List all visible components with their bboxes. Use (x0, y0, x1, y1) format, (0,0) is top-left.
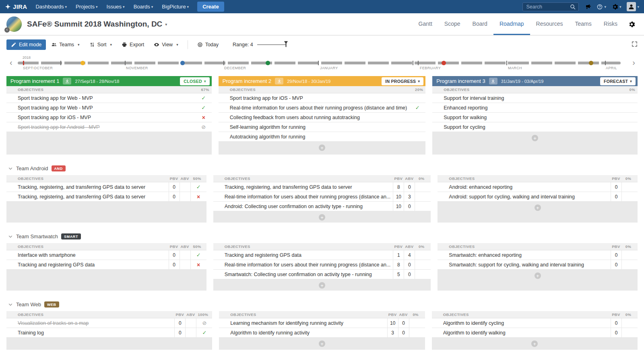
add-objective-button[interactable]: + (535, 272, 541, 279)
objective-row[interactable]: Android: Collecting user confirmation on… (213, 202, 431, 211)
sort-button[interactable]: Sort▾ (85, 39, 116, 50)
objective-row[interactable]: Sport tracking app for iOS - MVP (219, 93, 426, 103)
objective-row[interactable]: Real-time information for users about th… (219, 103, 426, 113)
objective-row[interactable]: Tracking, registering, and transferring … (213, 182, 431, 192)
objective-row[interactable]: Algorithm to identify running activity30 (219, 328, 425, 338)
nav-menu-bigpicture[interactable]: BigPicture▾ (157, 0, 193, 13)
objective-row[interactable]: Sport tracking app for iOS - MVP× (6, 113, 212, 122)
objective-row[interactable]: Algorithm to identify cycling0 (432, 318, 638, 328)
objective-row[interactable]: Autotracking algorithm for running (219, 132, 426, 142)
program-increment-2: Program increment 229/Nov/18 - 30/Jan/19… (219, 76, 426, 155)
chevron-down-icon[interactable] (8, 166, 13, 171)
nav-menu-dashboards[interactable]: Dashboards▾ (31, 0, 71, 13)
settings-gear-icon[interactable] (623, 13, 638, 35)
edit-mode-button[interactable]: Edit mode (6, 39, 46, 50)
objective-row[interactable]: Self-learning algorithm for running (219, 122, 426, 132)
tab-risks[interactable]: Risks (598, 13, 623, 35)
add-objective-button[interactable]: + (319, 144, 325, 151)
timeline-track[interactable]: 2018 SEPTEMBEROCTOBERNOVEMBERDECEMBERJAN… (18, 62, 621, 65)
nav-menu-projects[interactable]: Projects▾ (71, 0, 102, 13)
create-button[interactable]: Create (197, 2, 224, 12)
chevron-down-icon[interactable] (8, 302, 13, 307)
objective-row[interactable]: Sport tracking app for Android - MVP⊘ (6, 122, 212, 132)
objective-row[interactable]: Smartwatch: Collecting user confirmation… (213, 270, 431, 279)
today-button[interactable]: Today (193, 39, 223, 50)
add-objective-row: + (438, 202, 638, 213)
objective-row[interactable]: Real-time information for users about th… (213, 260, 431, 270)
megaphone-icon[interactable] (584, 4, 591, 10)
add-objective-button[interactable]: + (532, 135, 538, 141)
tab-teams[interactable]: Teams (569, 13, 598, 35)
timeline-milestone-marker[interactable] (266, 61, 270, 65)
help-icon[interactable]: ▾ (597, 4, 606, 10)
export-button[interactable]: Export (117, 39, 149, 50)
objectives-header-label: OBJECTIVES (225, 244, 250, 249)
timeline-milestone-marker[interactable] (589, 61, 593, 65)
collapse-badge[interactable]: ‹ (4, 27, 10, 33)
chevron-down-icon[interactable] (8, 234, 13, 239)
range-slider-handle[interactable] (284, 41, 288, 48)
range-value: 4 (250, 42, 253, 47)
user-menu[interactable]: ▾ (627, 2, 639, 11)
pi-header[interactable]: Program increment 331/Jan/19 - 03/Apr/19… (432, 76, 638, 86)
search-box[interactable] (522, 2, 579, 11)
gear-icon[interactable]: ▾ (612, 4, 621, 10)
add-objective-button[interactable]: + (319, 340, 325, 347)
pbv-header-label: PBV (169, 176, 180, 181)
timeline-next-chevron[interactable]: › (632, 58, 635, 66)
pi-status-button[interactable]: FORECAST▾ (600, 77, 636, 85)
tab-scope[interactable]: Scope (438, 13, 466, 35)
range-slider[interactable] (257, 44, 286, 45)
objective-row[interactable]: Algorithm to identify walking0 (432, 328, 638, 338)
objective-row[interactable]: Tracking, registering, and transferring … (6, 182, 206, 192)
objective-row[interactable]: Tracking, registering, and transferring … (6, 192, 206, 202)
teams-button[interactable]: Teams▾ (47, 39, 84, 50)
pi-status-button[interactable]: IN PROGRESS▾ (382, 77, 423, 85)
jira-logo[interactable]: JIRA (5, 3, 27, 10)
objective-row[interactable]: Support for walking (432, 113, 638, 122)
objective-status-cell (621, 93, 638, 103)
objective-row[interactable]: Learning mechanism for identifying runni… (219, 318, 425, 328)
objective-row[interactable]: Tracking and registering GPS data0× (6, 260, 206, 270)
objective-row[interactable]: Support for interval training (432, 93, 638, 103)
timeline-milestone-marker[interactable] (442, 61, 446, 65)
objective-row[interactable]: Android: enhanced reporting0 (438, 182, 638, 192)
add-objective-button[interactable]: + (535, 204, 541, 211)
objective-row[interactable]: Support for cycling (432, 122, 638, 132)
objective-row[interactable]: Smartwatch: support for cycling, walking… (438, 260, 638, 270)
objective-row[interactable]: Enhanced reporting (432, 103, 638, 113)
pi-status-button[interactable]: CLOSED▾ (180, 77, 209, 85)
objective-row[interactable]: Training log0✓ (6, 328, 212, 338)
nav-menu-issues[interactable]: Issues▾ (102, 0, 129, 13)
objective-row[interactable]: Collecting feedback from users about run… (219, 113, 426, 122)
objective-row[interactable]: Real-time information for users about th… (213, 192, 431, 202)
arrow-down-bar-icon[interactable] (489, 78, 497, 85)
tab-resources[interactable]: Resources (530, 13, 569, 35)
add-objective-button[interactable]: + (531, 340, 538, 347)
page-title[interactable]: SAFe® Summit 2018 Washington, DC ▾ (27, 20, 167, 29)
objective-row[interactable]: Sport tracking app for Web - MVP✓ (6, 93, 212, 103)
timeline-milestone-marker[interactable] (80, 61, 85, 65)
objective-row[interactable]: Sport tracking app for Web - MVP✓ (6, 103, 212, 113)
fullscreen-icon[interactable] (632, 41, 638, 48)
objective-text: Sport tracking app for Web - MVP (18, 95, 196, 101)
objective-row[interactable]: Tracking and registering GPS data14 (213, 250, 431, 260)
objective-row[interactable]: Visualization of tracks on a map0⊘ (6, 318, 212, 328)
timeline-prev-chevron[interactable]: ‹ (10, 58, 12, 66)
add-objective-button[interactable]: + (319, 214, 325, 221)
objective-row[interactable]: Smartwatch: enhanced reporting0 (438, 250, 638, 260)
objective-row[interactable]: Interface with smartphone0✓ (6, 250, 206, 260)
tab-board[interactable]: Board (466, 13, 493, 35)
pi-header[interactable]: Program increment 229/Nov/18 - 30/Jan/19… (219, 76, 426, 86)
search-input[interactable] (526, 4, 570, 10)
tab-roadmap[interactable]: Roadmap (493, 13, 530, 35)
arrow-down-bar-icon[interactable] (63, 78, 71, 85)
nav-menu-boards[interactable]: Boards▾ (129, 0, 158, 13)
objective-row[interactable]: Android: support for cycling, walking an… (438, 192, 638, 202)
add-objective-button[interactable]: + (319, 282, 325, 289)
arrow-down-bar-icon[interactable] (275, 78, 283, 85)
tab-gantt[interactable]: Gantt (413, 13, 438, 35)
view-button[interactable]: View▾ (149, 39, 182, 50)
timeline-milestone-marker[interactable] (180, 61, 185, 65)
pi-header[interactable]: Program increment 127/Sep/18 - 28/Nov/18… (6, 76, 212, 86)
